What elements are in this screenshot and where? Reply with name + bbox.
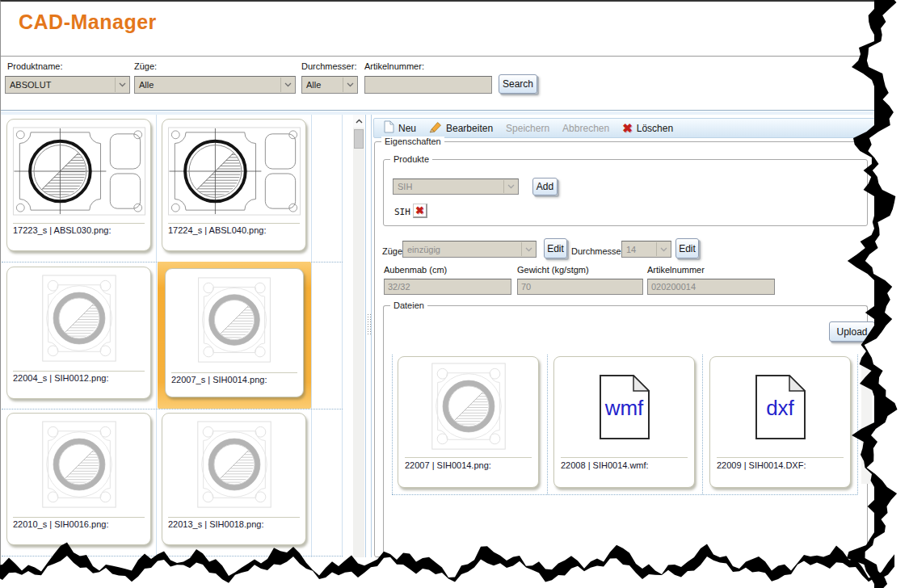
grid-divider (2, 556, 343, 556)
dateien-legend: Dateien (390, 300, 427, 310)
cad-manager-window: CAD-Manager Produktname: ABSOLUT Züge: A… (0, 0, 909, 588)
chevron-down-icon (521, 242, 535, 256)
filter-bar: Produktname: ABSOLUT Züge: Alle Durchmes… (1, 56, 877, 111)
add-button[interactable]: Add (532, 178, 558, 195)
produkt-selected-value: SIH (398, 182, 412, 191)
aubenmab-input[interactable] (384, 279, 511, 295)
chevron-down-icon (115, 78, 128, 92)
grid-divider (311, 115, 312, 557)
abbrechen-button-label: Abbrechen (562, 123, 609, 134)
page-title: CAD-Manager (19, 10, 157, 34)
produkte-legend: Produkte (390, 154, 432, 164)
durchmesser-filter-selected-value: Alle (306, 80, 321, 90)
bearbeiten-button[interactable]: Bearbeiten (423, 119, 499, 137)
cad-drawing-sih-icon (7, 267, 150, 371)
thumbnail-card[interactable]: 22004_s | SIH0012.png: (6, 267, 151, 399)
assigned-product-value: SIH (394, 207, 410, 217)
chevron-down-icon (343, 78, 356, 92)
zuege-select[interactable]: einzügig (402, 241, 537, 258)
chevron-down-icon (656, 242, 670, 256)
produkte-groupbox: Produkte SIH Add SIH ✖ (383, 159, 868, 226)
thumbnail-card-selected[interactable]: 22007_s | SIH0014.png: (165, 268, 304, 397)
file-list-scrollbar[interactable] (861, 356, 872, 484)
upload-button[interactable]: Upload (829, 321, 875, 342)
thumbnail-card[interactable]: 17224_s | ABSL040.png: (162, 119, 306, 251)
file-grid-divider (392, 494, 857, 495)
zuege-filter-select[interactable]: Alle (134, 76, 296, 94)
durchmesser-filter-label: Durchmesser: (301, 61, 356, 71)
scrollbar-thumb[interactable] (354, 129, 364, 149)
abbrechen-button[interactable]: Abbrechen (556, 119, 616, 137)
thumbnail-list-panel: 17223_s | ABSL030.png: 17224_s | ABSL040… (2, 115, 344, 557)
speichern-button-label: Speichern (506, 123, 549, 134)
dateien-groupbox: Dateien Upload 22007 | SIH0014.png: (383, 305, 868, 557)
gewicht-label: Gewicht (kg/stgm) (517, 265, 589, 275)
neu-button[interactable]: Neu (377, 119, 423, 137)
grid-divider (2, 409, 343, 410)
bearbeiten-button-label: Bearbeiten (446, 123, 493, 134)
file-label: 22007 | SIH0014.png: (405, 457, 532, 470)
eigenschaften-legend: Eigenschaften (381, 136, 444, 146)
produktname-selected-value: ABSOLUT (10, 80, 51, 90)
scroll-up-icon[interactable] (353, 115, 364, 128)
dxf-document-icon: dxf (710, 357, 850, 457)
thumbnail-label: 22004_s | SIH0012.png: (13, 371, 145, 383)
produktname-label: Produktname: (7, 61, 62, 71)
file-grid-divider (857, 355, 858, 494)
thumbnail-label: 22010_s | SIH0016.png: (13, 517, 145, 529)
thumbnail-card[interactable]: 17223_s | ABSL030.png: (6, 119, 151, 251)
artikelnummer-input[interactable] (647, 279, 775, 295)
file-label: 22008 | SIH0014.wmf: (561, 457, 688, 470)
thumbnail-label: 22007_s | SIH0014.png: (171, 372, 297, 384)
detail-panel: Neu Bearbeiten Speichern Abbrechen ✖ Lös… (371, 115, 877, 557)
zuege-filter-selected-value: Alle (139, 80, 154, 90)
file-card[interactable]: 22007 | SIH0014.png: (398, 356, 539, 488)
new-document-icon (384, 120, 394, 136)
cad-drawing-sih-icon (162, 414, 305, 517)
thumbnail-card[interactable]: 22010_s | SIH0016.png: (6, 413, 151, 545)
red-x-icon: ✖ (415, 205, 424, 216)
durchmesser-field-label: Durchmesser (571, 246, 624, 256)
grid-divider (156, 115, 157, 557)
cad-drawing-sih-icon (398, 357, 538, 457)
search-button[interactable]: Search (499, 74, 537, 94)
durchmesser-filter-select[interactable]: Alle (301, 76, 358, 94)
file-card[interactable]: dxf 22009 | SIH0014.DXF: (709, 356, 851, 488)
gewicht-input[interactable] (517, 279, 643, 295)
grid-divider (342, 115, 343, 557)
scroll-up-icon[interactable] (861, 358, 872, 368)
thumbnail-scrollbar[interactable] (353, 115, 364, 557)
thumbnail-label: 17223_s | ABSL030.png: (13, 223, 145, 235)
loeschen-button-label: Löschen (637, 123, 673, 134)
file-grid-divider (392, 355, 393, 494)
cad-drawing-absl-icon (162, 120, 305, 223)
thumbnail-card[interactable]: 22013_s | SIH0018.png: (162, 413, 306, 545)
chevron-down-icon (503, 180, 517, 193)
application-frame: CAD-Manager Produktname: ABSOLUT Züge: A… (0, 0, 877, 588)
detail-toolbar: Neu Bearbeiten Speichern Abbrechen ✖ Lös… (373, 118, 877, 138)
speichern-button[interactable]: Speichern (499, 119, 556, 137)
durchmesser-select[interactable]: 14 (621, 241, 671, 258)
neu-button-label: Neu (398, 123, 416, 134)
panel-splitter[interactable] (365, 115, 371, 557)
cad-drawing-sih-icon (7, 414, 150, 517)
zuege-edit-button[interactable]: Edit (544, 238, 567, 258)
dxf-badge: dxf (755, 396, 806, 421)
cad-drawing-sih-icon (166, 269, 303, 372)
wmf-document-icon: wmf (554, 357, 694, 457)
loeschen-button[interactable]: ✖ Löschen (616, 119, 680, 137)
file-card[interactable]: wmf 22008 | SIH0014.wmf: (553, 356, 695, 488)
artikelnummer-filter-input[interactable] (364, 76, 492, 94)
file-grid-divider (547, 355, 548, 494)
durchmesser-edit-button[interactable]: Edit (675, 238, 699, 258)
thumbnail-label: 22013_s | SIH0018.png: (168, 517, 300, 529)
durchmesser-selected-value: 14 (626, 245, 636, 254)
wmf-badge: wmf (600, 396, 650, 421)
chevron-down-icon (280, 78, 294, 92)
pencil-icon (429, 121, 442, 136)
produkt-select[interactable]: SIH (393, 178, 519, 195)
remove-product-button[interactable]: ✖ (413, 204, 427, 218)
red-x-icon: ✖ (622, 122, 633, 134)
produktname-select[interactable]: ABSOLUT (5, 76, 130, 94)
file-label: 22009 | SIH0014.DXF: (717, 457, 844, 470)
